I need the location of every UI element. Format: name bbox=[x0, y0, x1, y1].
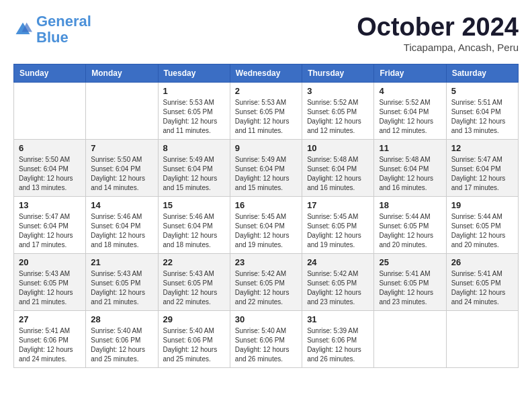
day-info: Sunrise: 5:42 AMSunset: 6:05 PMDaylight:… bbox=[307, 269, 369, 307]
day-info: Sunrise: 5:47 AMSunset: 6:04 PMDaylight:… bbox=[451, 155, 513, 193]
day-number: 7 bbox=[91, 143, 152, 153]
day-info: Sunrise: 5:45 AMSunset: 6:04 PMDaylight:… bbox=[235, 212, 297, 250]
calendar-week-row: 27 Sunrise: 5:41 AMSunset: 6:06 PMDaylig… bbox=[14, 310, 519, 367]
day-info: Sunrise: 5:49 AMSunset: 6:04 PMDaylight:… bbox=[163, 155, 225, 193]
calendar-cell: 13 Sunrise: 5:47 AMSunset: 6:04 PMDaylig… bbox=[14, 196, 86, 253]
logo-text: General Blue bbox=[36, 13, 91, 46]
header-friday: Friday bbox=[374, 64, 446, 82]
day-info: Sunrise: 5:43 AMSunset: 6:05 PMDaylight:… bbox=[163, 269, 225, 307]
calendar-cell: 18 Sunrise: 5:44 AMSunset: 6:05 PMDaylig… bbox=[374, 196, 446, 253]
day-number: 30 bbox=[235, 314, 297, 324]
calendar-cell: 27 Sunrise: 5:41 AMSunset: 6:06 PMDaylig… bbox=[14, 310, 86, 367]
header-wednesday: Wednesday bbox=[230, 64, 302, 82]
month-year-title: October 2024 bbox=[357, 13, 519, 42]
day-info: Sunrise: 5:44 AMSunset: 6:05 PMDaylight:… bbox=[451, 212, 513, 250]
calendar-week-row: 20 Sunrise: 5:43 AMSunset: 6:05 PMDaylig… bbox=[14, 253, 519, 310]
day-info: Sunrise: 5:43 AMSunset: 6:05 PMDaylight:… bbox=[19, 269, 81, 307]
calendar-cell: 22 Sunrise: 5:43 AMSunset: 6:05 PMDaylig… bbox=[158, 253, 230, 310]
page-header: General Blue October 2024 Ticapampa, Anc… bbox=[13, 13, 519, 53]
calendar-cell: 11 Sunrise: 5:48 AMSunset: 6:04 PMDaylig… bbox=[374, 139, 446, 196]
day-number: 9 bbox=[235, 143, 297, 153]
logo: General Blue bbox=[13, 13, 91, 46]
calendar-cell bbox=[446, 310, 518, 367]
calendar-cell bbox=[86, 82, 158, 139]
calendar-cell: 3 Sunrise: 5:52 AMSunset: 6:05 PMDayligh… bbox=[302, 82, 374, 139]
day-number: 8 bbox=[163, 143, 225, 153]
day-info: Sunrise: 5:46 AMSunset: 6:04 PMDaylight:… bbox=[91, 212, 152, 250]
calendar-cell bbox=[14, 82, 86, 139]
calendar-cell: 19 Sunrise: 5:44 AMSunset: 6:05 PMDaylig… bbox=[446, 196, 518, 253]
day-number: 25 bbox=[379, 257, 441, 267]
day-number: 18 bbox=[379, 200, 441, 210]
header-sunday: Sunday bbox=[14, 64, 86, 82]
calendar-cell: 20 Sunrise: 5:43 AMSunset: 6:05 PMDaylig… bbox=[14, 253, 86, 310]
day-info: Sunrise: 5:48 AMSunset: 6:04 PMDaylight:… bbox=[379, 155, 441, 193]
calendar-cell: 7 Sunrise: 5:50 AMSunset: 6:04 PMDayligh… bbox=[86, 139, 158, 196]
calendar-week-row: 6 Sunrise: 5:50 AMSunset: 6:04 PMDayligh… bbox=[14, 139, 519, 196]
day-info: Sunrise: 5:40 AMSunset: 6:06 PMDaylight:… bbox=[91, 326, 152, 364]
day-number: 26 bbox=[451, 257, 513, 267]
day-number: 14 bbox=[91, 200, 152, 210]
calendar-cell: 2 Sunrise: 5:53 AMSunset: 6:05 PMDayligh… bbox=[230, 82, 302, 139]
calendar-cell bbox=[374, 310, 446, 367]
calendar-cell: 14 Sunrise: 5:46 AMSunset: 6:04 PMDaylig… bbox=[86, 196, 158, 253]
day-info: Sunrise: 5:49 AMSunset: 6:04 PMDaylight:… bbox=[235, 155, 297, 193]
day-info: Sunrise: 5:41 AMSunset: 6:05 PMDaylight:… bbox=[451, 269, 513, 307]
day-info: Sunrise: 5:45 AMSunset: 6:05 PMDaylight:… bbox=[307, 212, 369, 250]
weekday-header-row: Sunday Monday Tuesday Wednesday Thursday… bbox=[14, 64, 519, 82]
day-number: 16 bbox=[235, 200, 297, 210]
calendar-cell: 17 Sunrise: 5:45 AMSunset: 6:05 PMDaylig… bbox=[302, 196, 374, 253]
calendar-cell: 31 Sunrise: 5:39 AMSunset: 6:06 PMDaylig… bbox=[302, 310, 374, 367]
day-info: Sunrise: 5:39 AMSunset: 6:06 PMDaylight:… bbox=[307, 326, 369, 364]
calendar-cell: 21 Sunrise: 5:43 AMSunset: 6:05 PMDaylig… bbox=[86, 253, 158, 310]
calendar-cell: 28 Sunrise: 5:40 AMSunset: 6:06 PMDaylig… bbox=[86, 310, 158, 367]
calendar-cell: 15 Sunrise: 5:46 AMSunset: 6:04 PMDaylig… bbox=[158, 196, 230, 253]
day-info: Sunrise: 5:46 AMSunset: 6:04 PMDaylight:… bbox=[163, 212, 225, 250]
day-number: 1 bbox=[163, 86, 225, 96]
day-info: Sunrise: 5:47 AMSunset: 6:04 PMDaylight:… bbox=[19, 212, 81, 250]
calendar-cell: 8 Sunrise: 5:49 AMSunset: 6:04 PMDayligh… bbox=[158, 139, 230, 196]
day-info: Sunrise: 5:50 AMSunset: 6:04 PMDaylight:… bbox=[19, 155, 81, 193]
day-number: 11 bbox=[379, 143, 441, 153]
calendar-cell: 26 Sunrise: 5:41 AMSunset: 6:05 PMDaylig… bbox=[446, 253, 518, 310]
calendar-cell: 9 Sunrise: 5:49 AMSunset: 6:04 PMDayligh… bbox=[230, 139, 302, 196]
calendar-cell: 6 Sunrise: 5:50 AMSunset: 6:04 PMDayligh… bbox=[14, 139, 86, 196]
day-number: 6 bbox=[19, 143, 81, 153]
day-info: Sunrise: 5:42 AMSunset: 6:05 PMDaylight:… bbox=[235, 269, 297, 307]
title-section: October 2024 Ticapampa, Ancash, Peru bbox=[357, 13, 519, 53]
header-thursday: Thursday bbox=[302, 64, 374, 82]
day-number: 2 bbox=[235, 86, 297, 96]
calendar-table: Sunday Monday Tuesday Wednesday Thursday… bbox=[13, 64, 519, 368]
day-info: Sunrise: 5:40 AMSunset: 6:06 PMDaylight:… bbox=[235, 326, 297, 364]
day-number: 21 bbox=[91, 257, 152, 267]
header-monday: Monday bbox=[86, 64, 158, 82]
day-number: 24 bbox=[307, 257, 369, 267]
day-number: 15 bbox=[163, 200, 225, 210]
calendar-cell: 30 Sunrise: 5:40 AMSunset: 6:06 PMDaylig… bbox=[230, 310, 302, 367]
day-info: Sunrise: 5:48 AMSunset: 6:04 PMDaylight:… bbox=[307, 155, 369, 193]
calendar-cell: 25 Sunrise: 5:41 AMSunset: 6:05 PMDaylig… bbox=[374, 253, 446, 310]
calendar-cell: 10 Sunrise: 5:48 AMSunset: 6:04 PMDaylig… bbox=[302, 139, 374, 196]
day-info: Sunrise: 5:43 AMSunset: 6:05 PMDaylight:… bbox=[91, 269, 152, 307]
day-info: Sunrise: 5:41 AMSunset: 6:06 PMDaylight:… bbox=[19, 326, 81, 364]
day-number: 20 bbox=[19, 257, 81, 267]
calendar-cell: 12 Sunrise: 5:47 AMSunset: 6:04 PMDaylig… bbox=[446, 139, 518, 196]
calendar-cell: 4 Sunrise: 5:52 AMSunset: 6:04 PMDayligh… bbox=[374, 82, 446, 139]
day-number: 17 bbox=[307, 200, 369, 210]
day-info: Sunrise: 5:53 AMSunset: 6:05 PMDaylight:… bbox=[163, 98, 225, 136]
calendar-cell: 5 Sunrise: 5:51 AMSunset: 6:04 PMDayligh… bbox=[446, 82, 518, 139]
day-info: Sunrise: 5:52 AMSunset: 6:04 PMDaylight:… bbox=[379, 98, 441, 136]
day-info: Sunrise: 5:52 AMSunset: 6:05 PMDaylight:… bbox=[307, 98, 369, 136]
day-number: 12 bbox=[451, 143, 513, 153]
day-info: Sunrise: 5:51 AMSunset: 6:04 PMDaylight:… bbox=[451, 98, 513, 136]
header-saturday: Saturday bbox=[446, 64, 518, 82]
day-info: Sunrise: 5:41 AMSunset: 6:05 PMDaylight:… bbox=[379, 269, 441, 307]
day-number: 31 bbox=[307, 314, 369, 324]
day-number: 23 bbox=[235, 257, 297, 267]
day-number: 5 bbox=[451, 86, 513, 96]
calendar-cell: 1 Sunrise: 5:53 AMSunset: 6:05 PMDayligh… bbox=[158, 82, 230, 139]
day-number: 22 bbox=[163, 257, 225, 267]
day-info: Sunrise: 5:53 AMSunset: 6:05 PMDaylight:… bbox=[235, 98, 297, 136]
logo-icon bbox=[13, 20, 32, 39]
day-number: 28 bbox=[91, 314, 152, 324]
